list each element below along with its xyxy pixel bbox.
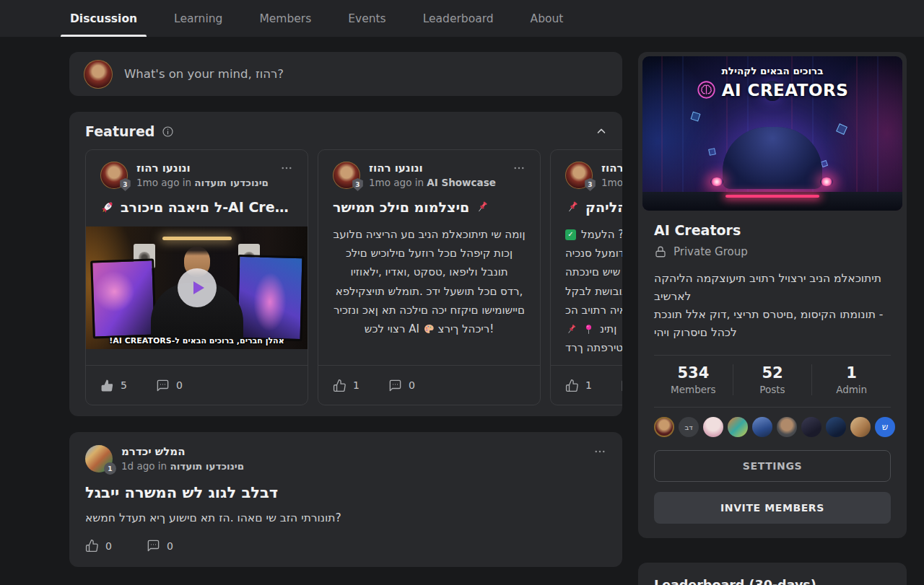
chevron-up-icon[interactable] [595, 125, 608, 138]
thumbs-up-icon [100, 379, 114, 392]
member-avatar[interactable] [826, 417, 846, 437]
group-tab-bar: Discussion Learning Members Events Leade… [0, 0, 924, 37]
check-icon: ✓ [565, 229, 576, 240]
comment-button[interactable]: 0 [147, 539, 173, 553]
member-avatar[interactable] [801, 417, 821, 437]
comment-count: 0 [409, 379, 415, 391]
post-body: בעולם היצירה עם בינה מלאכותית יש המון כל… [318, 225, 540, 339]
post-menu-icon[interactable] [593, 445, 606, 458]
comment-count: 0 [176, 379, 183, 391]
group-stats: 534 Members 52 Posts 1 Admin [654, 356, 891, 403]
featured-post-welcome[interactable]: 3 זוהר וענונו 1mo ago in הודעות ועדכונים [85, 149, 308, 405]
member-avatar-row: בד ש [654, 417, 891, 437]
stat-value: 1 [812, 364, 891, 382]
featured-post-community[interactable]: 3 זוהר וענונו 1mo קהילה [550, 149, 622, 405]
pushpin-icon [475, 200, 489, 214]
featured-title: Featured [85, 123, 154, 139]
author-avatar: 3 [333, 162, 360, 189]
info-icon[interactable] [162, 126, 174, 138]
palette-icon [423, 323, 435, 335]
comment-icon [156, 379, 170, 392]
member-avatar[interactable] [752, 417, 772, 437]
post-title: לגביי הרשמה של גוגל בלבד [85, 484, 606, 501]
comment-count: 0 [167, 540, 173, 552]
post-reactions: 1 0 [551, 365, 622, 405]
tab-members[interactable]: Members [250, 0, 321, 37]
comment-button[interactable]: 0 [156, 379, 183, 392]
post-title: רשימת כלים מומלצים [318, 198, 540, 216]
comment-button[interactable]: 0 [621, 379, 622, 392]
author-avatar: 3 [565, 162, 593, 189]
member-avatar-initials[interactable]: ש [875, 417, 895, 437]
member-avatar[interactable] [850, 417, 871, 437]
divider [654, 407, 891, 408]
space-link[interactable]: הודעות ועדכונים [194, 177, 269, 188]
group-sidebar: ברוכים הבאים לקהילת AI CREATORS AI Creat… [638, 52, 907, 585]
tab-about[interactable]: About [521, 0, 573, 37]
featured-post-tools[interactable]: 3 זוהר וענונו 1mo ago in AI Showcase רשי… [318, 149, 541, 405]
tab-label: Leaderboard [423, 12, 494, 25]
like-count: 1 [585, 379, 592, 391]
post-body: ✓למעלה ? היכנס לעמוד התכנים שיש לקבל תשו… [551, 225, 622, 357]
post-meta-block: זוהר וענונו 1mo ago in הודעות ועדכונים [136, 162, 269, 188]
tab-label: Events [348, 12, 385, 25]
member-avatar[interactable] [777, 417, 797, 437]
comment-icon [621, 379, 622, 392]
glowing-hand-left [710, 177, 723, 186]
video-caption: אהלן חברים, ברוכים הבאים ל-AI CREATORS! [86, 336, 308, 346]
invite-members-button[interactable]: INVITE MEMBERS [654, 492, 891, 524]
post-title: קהילה [551, 198, 622, 216]
leaderboard-card: Leaderboard (30-days) [638, 563, 907, 585]
member-avatar[interactable] [728, 417, 748, 437]
studio-light [162, 237, 232, 240]
tab-label: About [531, 12, 564, 25]
like-button[interactable]: 1 [333, 379, 359, 392]
author-name: מרדכי שלמה [121, 445, 244, 458]
like-button[interactable]: 5 [100, 379, 127, 392]
space-link[interactable]: AI Showcase [427, 177, 496, 188]
group-privacy: Private Group [654, 245, 891, 258]
level-badge: 1 [104, 462, 116, 475]
member-avatar[interactable] [703, 417, 723, 437]
monitor-right [235, 255, 304, 341]
feed-post[interactable]: 1 מרדכי שלמה 1d ago in הודעות ועדכונים ל… [69, 432, 622, 567]
post-meta-block: זוהר וענונו 1mo [601, 162, 622, 188]
member-avatar[interactable] [654, 417, 674, 437]
group-description: הקהילה המקצועית ביותר ליוצרי בינה מלאכות… [654, 270, 891, 342]
floating-cube [708, 148, 716, 156]
post-body: אשמח לדעת איך עושים את זה. והאם יש בזה י… [85, 511, 606, 524]
post-menu-icon[interactable] [513, 162, 526, 175]
post-composer[interactable]: What's on your mind, זוהר? [69, 52, 622, 96]
featured-section: Featured 3 זוהר [69, 112, 622, 416]
post-timestamp: 1mo ago in [136, 177, 191, 188]
tab-discussion[interactable]: Discussion [61, 0, 147, 37]
author-avatar: 1 [85, 445, 113, 472]
privacy-label: Private Group [674, 245, 748, 258]
settings-button[interactable]: SETTINGS [654, 450, 891, 482]
like-button[interactable]: 1 [565, 379, 592, 392]
like-count: 5 [121, 379, 127, 391]
brain-icon [697, 80, 716, 100]
featured-carousel[interactable]: 3 זוהר וענונו 1mo ago in הודעות ועדכונים [85, 149, 622, 405]
level-badge: 3 [584, 178, 596, 191]
thumbs-up-icon [333, 379, 346, 392]
author-name: זוהר וענונו [601, 162, 622, 175]
current-user-avatar [84, 60, 113, 89]
video-thumbnail[interactable]: אהלן חברים, ברוכים הבאים ל-AI CREATORS! [86, 226, 308, 349]
tab-learning[interactable]: Learning [165, 0, 232, 37]
author-avatar: 3 [100, 162, 128, 189]
play-button[interactable] [178, 268, 217, 307]
rocket-icon [100, 200, 115, 214]
like-button[interactable]: 0 [85, 539, 112, 553]
space-link[interactable]: הודעות ועדכונים [170, 460, 244, 472]
post-menu-icon[interactable] [280, 162, 293, 175]
post-reactions: 0 0 [85, 539, 606, 553]
post-meta-block: מרדכי שלמה 1d ago in הודעות ועדכונים [121, 445, 244, 472]
comment-icon [388, 379, 402, 392]
comment-button[interactable]: 0 [388, 379, 415, 392]
tab-leaderboard[interactable]: Leaderboard [414, 0, 503, 37]
round-pin-icon [583, 323, 595, 335]
post-reactions: 5 0 [86, 365, 308, 405]
member-avatar-initials[interactable]: בד [679, 417, 699, 437]
tab-events[interactable]: Events [339, 0, 395, 37]
